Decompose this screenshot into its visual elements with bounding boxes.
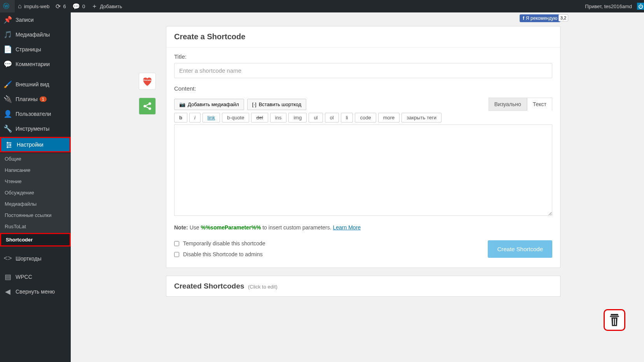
sidebar-item-label: Комментарии: [16, 61, 50, 67]
panel-title: Create a Shortcode: [174, 32, 552, 41]
sidebar-item-label: Записи: [16, 17, 33, 23]
sidebar-item-users[interactable]: 👤Пользователи: [0, 107, 71, 121]
greeting-link[interactable]: Привет, tes2016amd: [582, 0, 635, 12]
donate-button[interactable]: Donate: [139, 73, 156, 90]
chevron-left-icon: ◀: [4, 287, 12, 296]
cb-temp-disable[interactable]: [174, 241, 179, 246]
trash-button[interactable]: [604, 309, 625, 331]
fb-icon: f: [523, 16, 524, 21]
comments-link[interactable]: 💬0: [69, 0, 88, 12]
sidebar-item-wpcc[interactable]: ▤WPCC: [0, 269, 71, 284]
qt-ol[interactable]: ol: [325, 113, 339, 122]
submenu-shortcoder[interactable]: Shortcoder: [1, 234, 70, 245]
logout-button[interactable]: ⏻: [637, 3, 644, 10]
submenu-general[interactable]: Общие: [0, 153, 71, 164]
qt-close-tags[interactable]: закрыть теги: [401, 113, 442, 122]
created-shortcodes-panel: Created Shortcodes (Click to edit): [166, 276, 560, 297]
plugin-update-badge: 1: [40, 96, 47, 102]
sidebar-item-label: Внешний вид: [16, 81, 49, 87]
qt-ul[interactable]: ul: [309, 113, 323, 122]
add-media-text: Добавить медиафайл: [188, 101, 239, 107]
refresh-icon: ⟳: [56, 3, 61, 10]
sliders-icon: [5, 141, 13, 148]
cb-disable-admins-row[interactable]: Disable this Shortcode to admins: [174, 251, 265, 257]
collapse-menu[interactable]: ◀Свернуть меню: [0, 284, 71, 299]
highlight-settings: Настройки: [0, 137, 71, 152]
tab-visual[interactable]: Визуально: [489, 98, 527, 111]
sidebar-item-posts[interactable]: 📌Записи: [0, 12, 71, 27]
qt-more[interactable]: more: [378, 113, 400, 122]
qt-bquote[interactable]: b-quote: [222, 113, 249, 122]
qt-bold[interactable]: b: [174, 113, 187, 122]
code-icon: <>: [4, 254, 12, 262]
qt-link[interactable]: link: [202, 113, 220, 122]
home-icon: ⌂: [18, 3, 22, 10]
add-new-text: Добавить: [100, 3, 122, 9]
sidebar-item-pages[interactable]: 📄Страницы: [0, 42, 71, 57]
note-bold: Note:: [174, 224, 188, 231]
qt-li[interactable]: li: [341, 113, 353, 122]
plus-icon: ＋: [91, 2, 98, 10]
sidebar-item-label: Страницы: [16, 46, 41, 52]
plug-icon: 🔌: [4, 95, 12, 103]
add-new-link[interactable]: ＋Добавить: [88, 0, 125, 12]
submenu-permalinks[interactable]: Постоянные ссылки: [0, 210, 71, 221]
sidebar-item-media[interactable]: 🎵Медиафайлы: [0, 27, 71, 42]
submenu-writing[interactable]: Написание: [0, 164, 71, 176]
insert-shortcode-button[interactable]: [·]Вставить шорткод: [247, 99, 306, 110]
sidebar-item-label: Инструменты: [16, 126, 49, 132]
qt-img[interactable]: img: [288, 113, 307, 122]
submenu-rustolat[interactable]: RusToLat: [0, 221, 71, 232]
heart-icon: Donate: [141, 76, 153, 86]
submenu-discussion[interactable]: Обсуждение: [0, 187, 71, 198]
share-icon: [142, 101, 152, 111]
tab-text[interactable]: Текст: [527, 98, 552, 111]
share-button[interactable]: [139, 98, 156, 115]
cb-temp-disable-row[interactable]: Temporarily disable this shortcode: [174, 240, 265, 247]
brush-icon: 🖌️: [4, 80, 12, 89]
add-media-button[interactable]: 📷Добавить медиафайл: [174, 99, 244, 110]
create-shortcode-panel: Create a Shortcode Title: Content: 📷Доба…: [166, 26, 560, 268]
sidebar-item-label: Пользователи: [16, 111, 51, 117]
sidebar-item-label: Шорткоды: [16, 255, 42, 262]
sidebar-item-label: Настройки: [17, 142, 44, 148]
created-hint: (Click to edit): [248, 284, 277, 290]
submenu-reading[interactable]: Чтение: [0, 176, 71, 187]
site-name-link[interactable]: ⌂impuls-web: [15, 0, 52, 12]
media-icon: 🎵: [4, 30, 12, 39]
qt-italic[interactable]: i: [189, 113, 201, 122]
sidebar-item-comments[interactable]: 💬Комментарии: [0, 57, 71, 72]
sidebar-item-tools[interactable]: 🔧Инструменты: [0, 121, 71, 136]
wp-logo[interactable]: ⓦ: [0, 0, 15, 12]
title-label: Title:: [174, 53, 552, 60]
learn-more-link[interactable]: Learn More: [333, 224, 361, 231]
content-label: Content:: [174, 85, 552, 92]
qt-del[interactable]: del: [251, 113, 268, 122]
note-rest: to insert custom parameters.: [261, 224, 333, 231]
sidebar-item-plugins[interactable]: 🔌Плагины1: [0, 92, 71, 107]
insert-shortcode-text: Вставить шорткод: [259, 101, 302, 107]
comment-icon: 💬: [4, 60, 12, 68]
sidebar-item-settings[interactable]: Настройки: [1, 138, 70, 151]
fb-label: Я рекомендую: [526, 16, 557, 21]
submenu-media[interactable]: Медиафайлы: [0, 198, 71, 210]
updates-link[interactable]: ⟳6: [52, 0, 69, 12]
pin-icon: 📌: [4, 16, 12, 24]
shortcode-title-input[interactable]: [174, 63, 552, 78]
content-editor[interactable]: [174, 124, 552, 216]
cb-disable-admins[interactable]: [174, 252, 179, 257]
create-shortcode-button[interactable]: Create Shortcode: [488, 240, 552, 258]
wrench-icon: 🔧: [4, 124, 12, 133]
site-name-text: impuls-web: [24, 3, 50, 9]
settings-submenu: Общие Написание Чтение Обсуждение Медиаф…: [0, 153, 71, 247]
qt-ins[interactable]: ins: [270, 113, 287, 122]
sidebar-item-shortcodes[interactable]: <>Шорткоды: [0, 251, 71, 266]
sidebar-item-appearance[interactable]: 🖌️Внешний вид: [0, 77, 71, 92]
sidebar-item-label: Медиафайлы: [16, 31, 50, 38]
sidebar-item-label: WPCC: [16, 274, 32, 280]
brackets-icon: [·]: [252, 101, 257, 107]
camera-icon: 📷: [179, 101, 185, 107]
fb-recommend-button[interactable]: fЯ рекомендую: [520, 14, 560, 22]
qt-code[interactable]: code: [355, 113, 376, 122]
highlight-shortcoder: Shortcoder: [0, 233, 71, 247]
